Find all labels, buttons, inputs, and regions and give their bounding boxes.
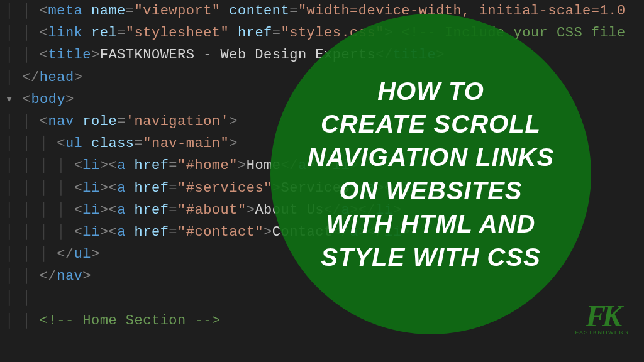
code-line: │ │ <meta name="viewport" content="width… [0, 0, 644, 22]
logo-mark-icon: FK [575, 304, 629, 328]
fold-icon[interactable]: ▾ [5, 89, 14, 111]
code-line: │ │ <!-- Home Section --> [0, 310, 644, 332]
brand-logo: FK FASTKNOWERS [575, 304, 629, 336]
title-overlay-circle: HOW TO CREATE SCROLL NAVIGATION LINKS ON… [270, 14, 591, 334]
logo-wordmark: FASTKNOWERS [575, 329, 629, 336]
headline-text: HOW TO CREATE SCROLL NAVIGATION LINKS ON… [282, 75, 579, 274]
text-cursor [82, 69, 82, 85]
code-line: │ │ <link rel="stylesheet" href="styles.… [0, 22, 644, 44]
